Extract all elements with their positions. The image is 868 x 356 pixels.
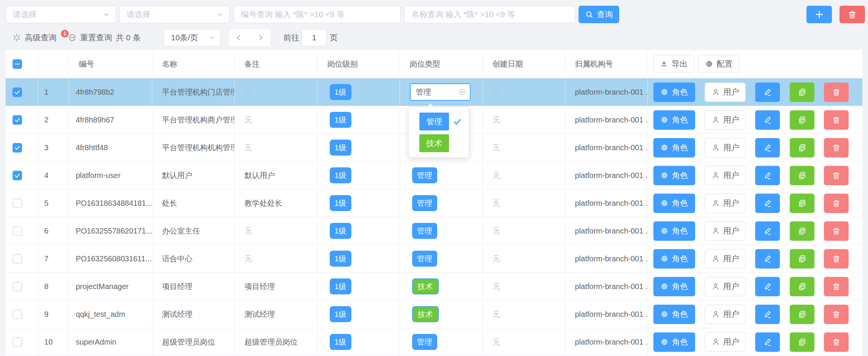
- copy-button[interactable]: [790, 221, 814, 241]
- select-all-checkbox[interactable]: [13, 59, 22, 69]
- edit-button[interactable]: [755, 277, 780, 296]
- row-checkbox[interactable]: [13, 226, 22, 236]
- edit-button[interactable]: [755, 83, 780, 102]
- add-button[interactable]: [806, 6, 832, 23]
- edit-button[interactable]: [755, 138, 780, 157]
- role-icon: [660, 338, 669, 346]
- export-button[interactable]: 导出: [653, 55, 694, 73]
- row-delete-button[interactable]: [824, 332, 849, 352]
- type-tag[interactable]: 管理: [412, 195, 437, 211]
- edit-button[interactable]: [755, 305, 780, 324]
- copy-button[interactable]: [790, 83, 814, 102]
- row-delete-button[interactable]: [824, 138, 849, 157]
- row-delete-button[interactable]: [824, 194, 849, 213]
- user-button[interactable]: 用户: [705, 277, 746, 296]
- type-tag[interactable]: 管理: [412, 223, 437, 239]
- level-tag: 1级: [330, 84, 351, 100]
- row-code: 4fr8httf48: [76, 143, 152, 152]
- copy-button[interactable]: [790, 110, 814, 130]
- role-button[interactable]: 角色: [653, 194, 695, 213]
- user-icon: [711, 254, 720, 263]
- advanced-search-button[interactable]: 高级查询 1: [12, 29, 70, 47]
- name-search-input[interactable]: [405, 6, 575, 23]
- goto-page-input[interactable]: [302, 29, 326, 46]
- user-button[interactable]: 用户: [705, 110, 746, 130]
- role-button[interactable]: 角色: [653, 249, 695, 269]
- edit-icon: [763, 116, 772, 124]
- next-page-icon[interactable]: [256, 33, 265, 42]
- edit-button[interactable]: [755, 221, 780, 241]
- role-button[interactable]: 角色: [653, 138, 695, 157]
- role-button[interactable]: 角色: [653, 332, 695, 352]
- search-button[interactable]: 查询: [579, 6, 619, 23]
- copy-button[interactable]: [790, 277, 814, 296]
- row-delete-button[interactable]: [824, 166, 849, 185]
- row-delete-button[interactable]: [824, 277, 849, 296]
- role-button[interactable]: 角色: [653, 110, 695, 130]
- user-button[interactable]: 用户: [705, 305, 746, 324]
- type-tag[interactable]: 管理: [412, 167, 437, 183]
- edit-button[interactable]: [755, 332, 780, 352]
- user-button[interactable]: 用户: [705, 138, 746, 157]
- role-button[interactable]: 角色: [653, 166, 695, 185]
- copy-button[interactable]: [790, 166, 814, 185]
- type-tag[interactable]: 技术: [412, 306, 439, 322]
- edit-button[interactable]: [755, 249, 780, 269]
- copy-button[interactable]: [790, 194, 814, 213]
- code-search-input[interactable]: [234, 6, 400, 23]
- type-tag[interactable]: 管理: [412, 334, 437, 350]
- role-button[interactable]: 角色: [653, 221, 695, 241]
- row-name: 平台管理机构机构管理员: [162, 143, 234, 153]
- dropdown-option-tech[interactable]: 技术: [409, 132, 469, 154]
- edit-button[interactable]: [755, 166, 780, 185]
- user-button[interactable]: 用户: [705, 194, 746, 213]
- user-button[interactable]: 用户: [705, 83, 746, 102]
- row-delete-button[interactable]: [824, 221, 849, 241]
- name-search-field: [404, 6, 576, 23]
- row-delete-button[interactable]: [824, 110, 849, 130]
- dropdown-option-mgmt[interactable]: 管理: [409, 111, 469, 132]
- copy-icon: [798, 227, 806, 235]
- row-checkbox[interactable]: [13, 337, 22, 347]
- type-tag[interactable]: 技术: [412, 278, 439, 294]
- copy-button[interactable]: [790, 138, 814, 157]
- row-checkbox[interactable]: [13, 87, 22, 97]
- row-checkbox[interactable]: [13, 171, 22, 180]
- row-checkbox[interactable]: [13, 310, 22, 319]
- edit-button[interactable]: [755, 110, 780, 130]
- reset-search-button[interactable]: 重置查询: [68, 29, 112, 47]
- clear-icon[interactable]: [458, 88, 466, 96]
- row-delete-button[interactable]: [824, 305, 849, 324]
- type-edit-input[interactable]: 管理: [410, 83, 471, 101]
- config-button[interactable]: 配置: [698, 55, 739, 73]
- edit-button[interactable]: [755, 194, 780, 213]
- copy-button[interactable]: [790, 249, 814, 269]
- role-button[interactable]: 角色: [653, 277, 695, 296]
- code-search-field: [234, 6, 401, 23]
- user-button[interactable]: 用户: [705, 166, 746, 185]
- filter-select-2[interactable]: 请选择: [119, 6, 230, 23]
- filter-select-1[interactable]: 请选择: [6, 6, 116, 23]
- user-button[interactable]: 用户: [705, 249, 746, 269]
- level-tag: 1级: [330, 167, 351, 183]
- selected-check-icon: [452, 117, 462, 127]
- row-checkbox[interactable]: [13, 254, 22, 264]
- row-checkbox[interactable]: [13, 199, 22, 208]
- level-tag: 1级: [330, 112, 351, 128]
- row-checkbox[interactable]: [13, 143, 22, 153]
- type-tag[interactable]: 管理: [412, 251, 437, 267]
- row-checkbox[interactable]: [13, 282, 22, 291]
- row-delete-button[interactable]: [824, 249, 849, 269]
- row-delete-button[interactable]: [824, 83, 849, 102]
- role-button[interactable]: 角色: [653, 305, 695, 324]
- page-size-select[interactable]: 10条/页: [164, 29, 221, 46]
- batch-delete-button[interactable]: [840, 6, 865, 23]
- row-index: 5: [38, 189, 69, 217]
- user-button[interactable]: 用户: [705, 221, 746, 241]
- copy-button[interactable]: [790, 332, 814, 352]
- row-checkbox[interactable]: [13, 115, 22, 125]
- role-button[interactable]: 角色: [653, 83, 695, 102]
- user-button[interactable]: 用户: [705, 332, 746, 352]
- copy-button[interactable]: [790, 305, 814, 324]
- prev-page-icon[interactable]: [234, 33, 243, 42]
